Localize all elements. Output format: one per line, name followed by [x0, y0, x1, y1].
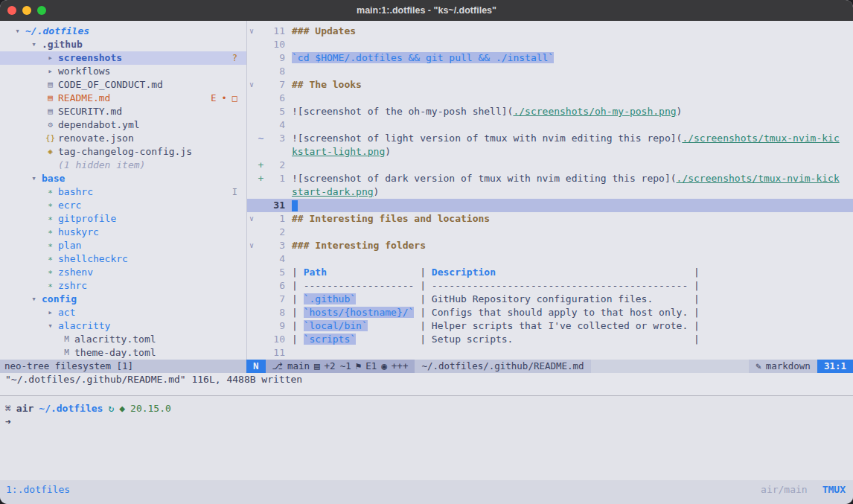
line-number: 3	[266, 239, 285, 252]
editor-line[interactable]: 9`cd $HOME/.dotfiles && git pull && ./in…	[247, 51, 853, 65]
editor-line[interactable]: +1![screenshot of dark version of tmux w…	[247, 172, 853, 185]
editor-line[interactable]: 8	[247, 65, 853, 78]
editor-line[interactable]: 9| `local/bin` | Helper scripts that I'v…	[247, 319, 853, 333]
tree-item-ecrc[interactable]: ∗ecrc	[0, 199, 246, 212]
editor-line[interactable]: 31	[247, 199, 853, 212]
git-sign-icon	[256, 78, 266, 92]
line-number: 7	[266, 293, 285, 306]
fold-marker-icon	[247, 185, 256, 199]
line-text	[285, 159, 292, 172]
line-text	[285, 346, 292, 360]
shell-file-icon: ∗	[45, 212, 56, 226]
text-segment: |	[356, 293, 432, 304]
editor-line[interactable]: 4	[247, 118, 853, 132]
tree-item-zshrc[interactable]: ∗zshrc	[0, 279, 246, 293]
tree-item-dependabot-yml[interactable]: ⚙dependabot.yml	[0, 118, 246, 132]
fold-marker-icon	[247, 145, 256, 159]
tree-item-readme-md[interactable]: ▤README.mdE•□	[0, 92, 246, 105]
git-sign-icon	[256, 333, 266, 346]
tree-item-label: shellcheckrc	[58, 252, 128, 266]
editor-line[interactable]: 5![screenshot of the oh-my-posh shell](.…	[247, 105, 853, 118]
editor-pane[interactable]: ∨11### Updates109`cd $HOME/.dotfiles && …	[246, 21, 853, 360]
shell-terminal[interactable]: ⌘air~/.dotfiles↻◆20.15.0 ➜	[0, 396, 853, 480]
text-segment: ./screenshots/oh-my-posh.png	[513, 106, 676, 117]
line-number	[266, 145, 285, 159]
tree-item-act[interactable]: ▸act	[0, 306, 246, 319]
line-text	[285, 252, 292, 266]
editor-line[interactable]: ~3![screenshot of light version of tmux …	[247, 132, 853, 145]
tree-item-plan[interactable]: ∗plan	[0, 239, 246, 252]
editor-line[interactable]: 10| `scripts` | Setup scripts. |	[247, 333, 853, 346]
tree-item-screenshots[interactable]: ▸screenshots?	[0, 51, 246, 65]
editor-line[interactable]: 6	[247, 92, 853, 105]
statusline: N ⎇main▤+2~1⚑E1◉+++ ~/.dotfiles/.github/…	[246, 360, 853, 373]
tree-item-zshenv[interactable]: ∗zshenv	[0, 266, 246, 279]
minimize-button[interactable]	[22, 6, 31, 15]
text-segment: |	[653, 293, 700, 304]
editor-line[interactable]: 2	[247, 226, 853, 239]
tree-item-base[interactable]: ▾base	[0, 172, 246, 185]
fold-marker-icon	[247, 199, 256, 212]
tree-item-workflows[interactable]: ▸workflows	[0, 65, 246, 78]
editor-line[interactable]: 5| Path | Description |	[247, 266, 853, 279]
tmux-bottom-pane[interactable]: ⌘air~/.dotfiles↻◆20.15.0 ➜	[0, 386, 853, 480]
tree-item-code-of-conduct-md[interactable]: ▤CODE_OF_CONDUCT.md	[0, 78, 246, 92]
tree-item-tag-changelog-config-js[interactable]: ◈tag-changelog-config.js	[0, 145, 246, 159]
tmux-window-label[interactable]: 1:.dotfiles	[6, 484, 70, 504]
line-text: ![screenshot of dark version of tmux wit…	[285, 172, 840, 185]
text-segment: )	[677, 106, 683, 117]
editor-line[interactable]: 10	[247, 38, 853, 51]
tree-item-github[interactable]: ▾.github	[0, 38, 246, 51]
tree-item-dotfiles[interactable]: ▾~/.dotfiles	[0, 25, 246, 38]
tree-item-gitprofile[interactable]: ∗gitprofile	[0, 212, 246, 226]
editor-line[interactable]: ∨3### Interesting folders	[247, 239, 853, 252]
tmux-right-status: air/main TMUX	[761, 484, 846, 504]
line-number: 10	[266, 38, 285, 51]
editor-line[interactable]: 8| `hosts/{hostname}/` | Configs that sh…	[247, 306, 853, 319]
git-sign-icon	[256, 65, 266, 78]
tree-item-shellcheckrc[interactable]: ∗shellcheckrc	[0, 252, 246, 266]
git-sign-icon	[256, 212, 266, 226]
tree-item-alacritty-toml[interactable]: Malacritty.toml	[0, 333, 246, 346]
tree-item-label: zshrc	[58, 279, 87, 293]
text-segment: )	[374, 186, 380, 197]
tree-item-theme-day-toml[interactable]: Mtheme-day.toml	[0, 346, 246, 360]
text-segment: ![screenshot of light version of tmux wi…	[292, 133, 682, 144]
line-text: ![screenshot of light version of tmux wi…	[285, 132, 840, 145]
editor-line[interactable]: kstart-light.png)	[247, 145, 853, 159]
editor-line[interactable]: ∨7## The looks	[247, 78, 853, 92]
statusline-git-segment: ⎇main▤+2~1⚑E1◉+++	[266, 360, 415, 373]
zoom-button[interactable]	[37, 6, 46, 15]
editor-line[interactable]: ∨1## Interesting files and locations	[247, 212, 853, 226]
tree-item-config[interactable]: ▾config	[0, 293, 246, 306]
tree-item-alacritty[interactable]: ▾alacritty	[0, 319, 246, 333]
editor-line[interactable]: +2	[247, 159, 853, 172]
mode-indicator: N	[246, 360, 266, 373]
editor-line[interactable]: 4	[247, 252, 853, 266]
git-sign-icon	[256, 226, 266, 239]
tree-item-bashrc[interactable]: ∗bashrcI	[0, 185, 246, 199]
editor-line[interactable]: start-dark.png)	[247, 185, 853, 199]
git-sign-icon	[256, 346, 266, 360]
tree-item-1-hidden-item[interactable]: (1 hidden item)	[0, 159, 246, 172]
editor-line[interactable]: ∨11### Updates	[247, 25, 853, 38]
tree-item-label: dependabot.yml	[58, 118, 140, 132]
editor-line[interactable]: 11	[247, 346, 853, 360]
fold-marker-icon	[247, 105, 256, 118]
git-sign-icon	[256, 145, 266, 159]
editor-line[interactable]: 6| ------------------- | ---------------…	[247, 279, 853, 293]
line-text: | ------------------- | ----------------…	[285, 279, 700, 293]
text-segment: |	[356, 334, 432, 345]
neo-tree-panel[interactable]: ▾~/.dotfiles▾.github▸screenshots?▸workfl…	[0, 21, 246, 360]
tree-item-badges: ?	[232, 51, 246, 65]
editor-line[interactable]: 7| `.github` | GitHub Repository configu…	[247, 293, 853, 306]
tree-item-security-md[interactable]: ▤SECURITY.md	[0, 105, 246, 118]
close-button[interactable]	[7, 6, 16, 15]
markdown-file-icon: ▤	[45, 78, 56, 92]
tree-item-huskyrc[interactable]: ∗huskyrc	[0, 226, 246, 239]
git-sign-icon	[256, 38, 266, 51]
tree-item-renovate-json[interactable]: {}renovate.json	[0, 132, 246, 145]
chevron-down-icon: ▾	[28, 293, 39, 306]
status-row: neo-tree filesystem [1] N ⎇main▤+2~1⚑E1◉…	[0, 360, 853, 373]
git-sign-icon	[256, 51, 266, 65]
